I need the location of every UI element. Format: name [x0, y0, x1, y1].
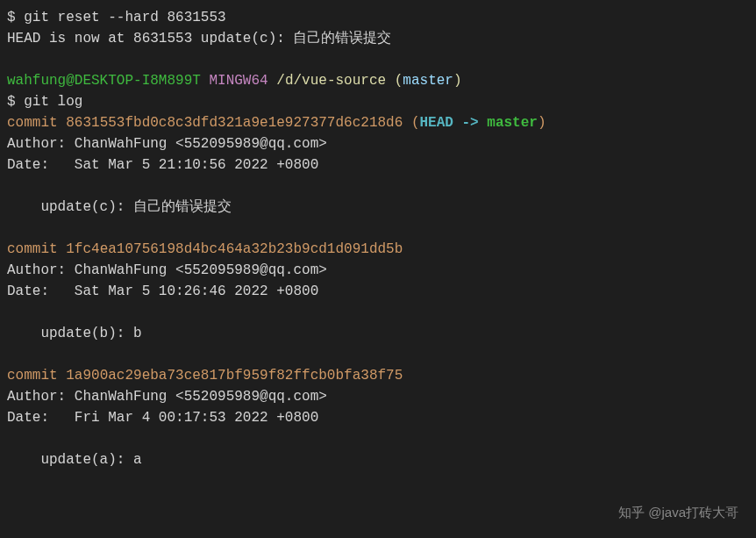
commit-hash: 1fc4ea10756198d4bc464a32b23b9cd1d091dd5b — [66, 241, 403, 257]
blank-line — [7, 428, 749, 449]
terminal-output: $ git reset --hard 8631553 HEAD is now a… — [7, 7, 749, 470]
ref-open: ( — [403, 115, 419, 131]
prompt-dollar: $ — [7, 94, 24, 110]
commit-author: Author: ChanWahFung <552095989@qq.com> — [7, 386, 749, 407]
head-ref: HEAD -> — [419, 115, 487, 131]
branch-close: ) — [453, 73, 462, 89]
user-host: wahfung@DESKTOP-I8M899T — [7, 73, 201, 89]
watermark-text: 知乎 @java打砖大哥 — [618, 503, 738, 523]
commit-date: Date: Fri Mar 4 00:17:53 2022 +0800 — [7, 407, 749, 428]
blank-line — [7, 49, 749, 70]
reset-command: git reset --hard 8631553 — [24, 10, 225, 25]
commit-date: Date: Sat Mar 5 10:26:46 2022 +0800 — [7, 281, 749, 302]
mingw-label: MINGW64 — [209, 73, 267, 89]
commit-author: Author: ChanWahFung <552095989@qq.com> — [7, 133, 749, 154]
branch-name: master — [403, 73, 453, 89]
prompt-dollar: $ — [7, 10, 24, 25]
shell-prompt: wahfung@DESKTOP-I8M899T MINGW64 /d/vue-s… — [7, 70, 749, 91]
commit-message: update(b): b — [7, 323, 749, 344]
ref-close: ) — [538, 115, 546, 131]
commit-prefix: commit — [7, 115, 66, 131]
commit-hash: 1a900ac29eba73ce817bf959f82ffcb0bfa38f75 — [66, 368, 403, 384]
commit-hash-line: commit 1fc4ea10756198d4bc464a32b23b9cd1d… — [7, 239, 749, 260]
blank-line — [7, 302, 749, 323]
blank-line — [7, 218, 749, 239]
commit-prefix: commit — [7, 241, 66, 257]
log-cmd-line: $ git log — [7, 91, 749, 112]
cwd-path: /d/vue-source — [276, 73, 386, 89]
branch-open: ( — [395, 73, 403, 89]
commit-author: Author: ChanWahFung <552095989@qq.com> — [7, 260, 749, 281]
reset-output: HEAD is now at 8631553 update(c): 自己的错误提… — [7, 28, 749, 49]
commit-message: update(c): 自己的错误提交 — [7, 197, 749, 218]
commit-prefix: commit — [7, 368, 66, 384]
log-command: git log — [24, 94, 82, 110]
commit-hash: 8631553fbd0c8c3dfd321a9e1e927377d6c218d6 — [66, 115, 403, 131]
blank-line — [7, 344, 749, 365]
commit-date: Date: Sat Mar 5 21:10:56 2022 +0800 — [7, 154, 749, 176]
commit-message: update(a): a — [7, 449, 749, 470]
blank-line — [7, 176, 749, 197]
reset-cmd-line: $ git reset --hard 8631553 — [7, 7, 749, 28]
master-ref: master — [487, 115, 538, 131]
commit-hash-line: commit 1a900ac29eba73ce817bf959f82ffcb0b… — [7, 365, 749, 386]
commit-hash-line: commit 8631553fbd0c8c3dfd321a9e1e927377d… — [7, 112, 749, 133]
